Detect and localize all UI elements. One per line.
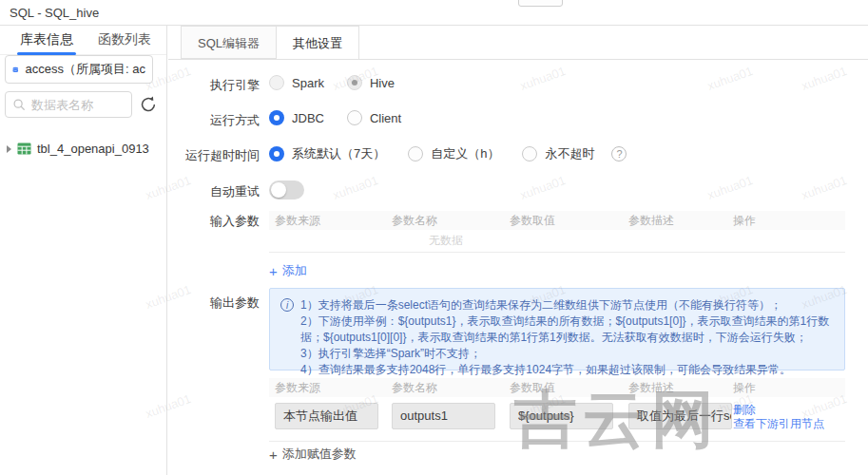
radio-spark: Spark [269,75,324,90]
output-params-label: 输出参数 [168,294,260,312]
col-param-name: 参数名称 [386,380,504,396]
database-icon [12,63,19,77]
run-mode-radio-group: JDBC Client [269,110,401,125]
sidebar: 库表信息 函数列表 access（所属项目: ac [0,26,167,475]
col-param-value: 参数取值 [504,380,623,396]
watermark-text: xuhua01 [331,173,380,202]
col-param-desc: 参数描述 [623,213,727,229]
radio-hive-icon [347,75,362,90]
auto-retry-label: 自动重试 [168,183,260,200]
add-input-param-label: 添加 [282,262,307,279]
col-param-desc: 参数描述 [623,380,727,396]
database-selector-label: access（所属项目: ac [26,61,145,78]
question-circle-icon[interactable]: ? [611,146,627,162]
radio-spark-icon [269,75,284,90]
tab-other-settings-label: 其他设置 [293,36,342,50]
notice-line-4: 4）查询结果最多支持2048行，单行最多支持1024字节，如果超过该限制，可能会… [300,362,833,378]
radio-jdbc-icon[interactable] [269,110,284,125]
empty-row: 无数据 [269,230,845,253]
tab-function-list[interactable]: 函数列表 [98,26,151,55]
watermark-text: xuhua01 [518,64,568,93]
tab-table-info[interactable]: 库表信息 [20,26,73,55]
add-input-param-button[interactable]: + 添加 [269,262,307,279]
input-params-table: 参数来源 参数名称 参数取值 参数描述 操作 无数据 [269,211,845,253]
watermark-text: xuhua01 [518,173,568,202]
radio-jdbc[interactable]: JDBC [269,110,324,125]
table-icon [17,142,31,155]
watermark-text: xuhua01 [800,64,849,93]
auto-retry-toggle[interactable] [269,180,304,200]
notice-line-2: 2）下游使用举例：${outputs1}，表示取查询结果的所有数据；${outp… [300,314,833,346]
refresh-button[interactable] [137,93,160,116]
output-params-table: 参数来源 参数名称 参数取值 参数描述 操作 本节点输出值 outputs1 $… [269,378,845,442]
expand-caret-icon[interactable] [7,145,11,153]
delete-link[interactable]: 删除 [733,403,845,417]
radio-system-default-icon[interactable] [269,146,284,162]
col-param-source: 参数来源 [269,213,386,229]
tab-sql-editor-label: SQL编辑器 [198,36,260,50]
col-param-source: 参数来源 [269,380,386,396]
notice-line-3: 3）执行引擎选择“Spark”时不支持； [300,346,833,362]
add-assign-param-button[interactable]: + 添加赋值参数 [269,446,357,463]
col-actions: 操作 [727,380,845,396]
refresh-icon [139,95,158,114]
watermark-text: xuhua01 [800,173,849,202]
add-assign-param-label: 添加赋值参数 [282,446,357,463]
radio-client-icon[interactable] [347,110,362,125]
plus-icon: + [269,448,278,461]
param-value-input: ${outputs} [510,403,613,429]
radio-jdbc-label: JDBC [292,111,324,125]
plus-icon: + [269,265,278,277]
radio-custom[interactable]: 自定义（h） [408,145,499,162]
empty-text: 无数据 [429,233,463,249]
tab-sql-editor[interactable]: SQL编辑器 [181,26,276,59]
radio-client-label: Client [370,111,401,125]
window-header: SQL - SQL_hive [0,0,868,26]
sql-node-settings-page: SQL - SQL_hive 库表信息 函数列表 access（所属项目: ac [0,0,868,475]
toggle-knob [271,182,286,198]
search-input[interactable] [31,98,125,112]
engine-label: 执行引擎 [168,77,260,94]
radio-never-timeout[interactable]: 永不超时 [522,145,594,162]
search-icon [12,98,26,111]
table-search-box [5,91,132,118]
param-name-input: outputs1 [392,403,495,429]
partial-top-button[interactable] [518,0,563,7]
param-source-input: 本节点输出值 [275,403,378,429]
table-row: 本节点输出值 outputs1 ${outputs} 取值为最后一行sele 删… [269,397,845,442]
database-selector[interactable]: access（所属项目: ac [5,55,153,84]
run-mode-label: 运行方式 [168,112,260,129]
output-params-notice: i 1）支持将最后一条select语句的查询结果保存为二维数组供下游节点使用（不… [269,288,845,370]
timeout-label: 运行超时时间 [168,147,260,164]
engine-radio-group: Spark Hive [269,75,395,90]
radio-custom-icon[interactable] [408,146,423,162]
tree-item-label: tbl_4_openapi_0913 [37,142,149,156]
output-params-header: 参数来源 参数名称 参数取值 参数描述 操作 [269,378,845,397]
tab-other-settings[interactable]: 其他设置 [276,26,359,60]
editor-tab-bar: SQL编辑器 其他设置 [168,26,868,60]
tab-function-list-label: 函数列表 [98,31,151,47]
col-param-name: 参数名称 [386,213,504,229]
tab-table-info-label: 库表信息 [20,31,73,47]
input-params-label: 输入参数 [168,213,260,230]
radio-system-default-label: 系统默认（7天） [292,145,385,162]
notice-line-1: 1）支持将最后一条select语句的查询结果保存为二维数组供下游节点使用（不能有… [300,297,833,314]
radio-spark-label: Spark [292,76,324,90]
col-param-value: 参数取值 [504,213,623,229]
radio-hive: Hive [347,75,395,90]
radio-client[interactable]: Client [347,110,401,125]
radio-hive-label: Hive [370,76,395,90]
sidebar-tab-bar: 库表信息 函数列表 [0,26,166,55]
view-downstream-link[interactable]: 查看下游引用节点 [733,417,845,431]
tree-item-table[interactable]: tbl_4_openapi_0913 [7,142,149,156]
radio-never-timeout-icon[interactable] [522,146,537,162]
watermark-text: xuhua01 [705,173,755,202]
page-title: SQL - SQL_hive [10,6,99,20]
radio-system-default[interactable]: 系统默认（7天） [269,145,385,162]
input-params-header: 参数来源 参数名称 参数取值 参数描述 操作 [269,211,845,230]
param-desc-input: 取值为最后一行sele [628,403,732,429]
radio-never-timeout-label: 永不超时 [545,145,594,162]
col-actions: 操作 [727,213,845,229]
watermark-text: xuhua01 [705,64,755,93]
info-circle-icon: i [280,298,294,312]
